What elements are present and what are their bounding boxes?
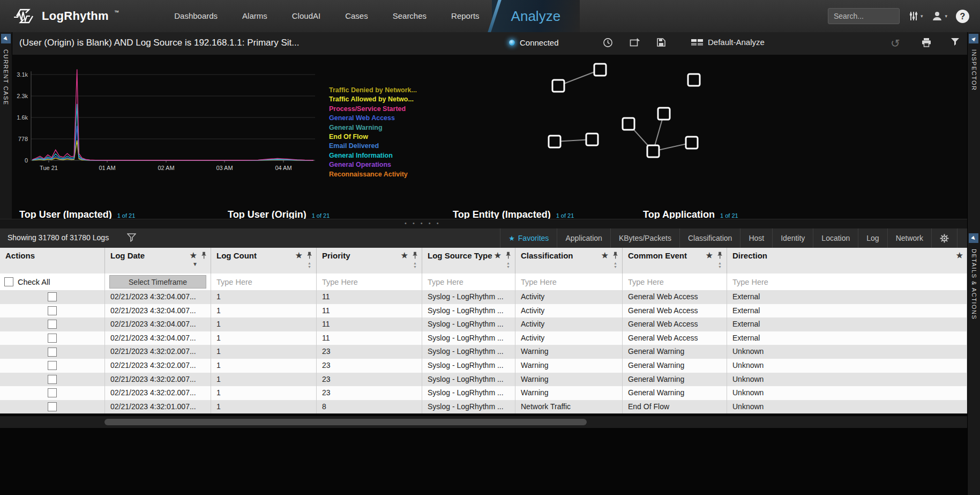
current-case-label[interactable]: CURRENT CASE [3, 49, 9, 106]
layout-selector[interactable]: Default-Analyze [691, 38, 765, 47]
row-checkbox[interactable] [48, 292, 57, 301]
nav-item-searches[interactable]: Searches [380, 0, 439, 32]
tab-classification[interactable]: Classification [679, 228, 740, 248]
preferences-menu-button[interactable]: ▾ [908, 11, 923, 21]
widget-pager[interactable]: 1 of 21 [720, 212, 738, 219]
graph-node-6[interactable] [586, 134, 598, 145]
user-menu-button[interactable]: ▾ [931, 10, 947, 22]
expand-inspector-button[interactable]: ▶ [969, 34, 978, 43]
tab-favorites[interactable]: ★Favorites [500, 228, 557, 248]
brand[interactable]: LogRhythm™ [0, 7, 119, 25]
column-header-classification[interactable]: Classification★▲▼ [515, 248, 623, 274]
panel-splitter[interactable]: • • • • • [0, 219, 967, 230]
graph-node-7[interactable] [647, 145, 659, 157]
nav-item-reports[interactable]: Reports [439, 0, 492, 32]
time-range-button[interactable] [603, 38, 613, 50]
column-header-log-date[interactable]: Log Date★▼ [105, 248, 211, 274]
sort-toggle-icon[interactable]: ▲▼ [308, 261, 311, 269]
expand-current-case-button[interactable]: ▶ [1, 34, 11, 43]
print-button[interactable] [921, 38, 932, 49]
pin-search-button[interactable] [630, 38, 641, 49]
pin-column-icon[interactable] [412, 252, 418, 260]
row-checkbox[interactable] [48, 320, 57, 329]
graph-node-0[interactable] [594, 64, 606, 76]
network-graph[interactable] [530, 58, 713, 165]
log-row[interactable]: 02/21/2023 4:32:02.007...123Syslog - Log… [0, 345, 967, 359]
sort-desc-icon[interactable]: ▼ [192, 262, 198, 267]
log-row[interactable]: 02/21/2023 4:32:04.007...111Syslog - Log… [0, 317, 967, 331]
legend-item-general-operations[interactable]: General Operations [329, 160, 417, 169]
column-header-direction[interactable]: Direction★ [727, 248, 967, 274]
log-row[interactable]: 02/21/2023 4:32:01.007...18Syslog - LogR… [0, 400, 967, 414]
nav-item-dashboards[interactable]: Dashboards [162, 0, 230, 32]
legend-item-general-warning[interactable]: General Warning [329, 123, 417, 132]
tab-host[interactable]: Host [740, 228, 772, 248]
scrollbar-thumb[interactable] [104, 419, 587, 425]
splitter-grip[interactable]: • • • • • [405, 220, 440, 226]
column-header-actions[interactable]: Actions [0, 248, 105, 274]
help-button[interactable]: ? [956, 10, 969, 23]
log-row[interactable]: 02/21/2023 4:32:04.007...111Syslog - Log… [0, 331, 967, 345]
favorite-column-icon[interactable]: ★ [956, 252, 963, 259]
filter-input-log-source-type[interactable] [427, 275, 511, 289]
widget-pager[interactable]: 1 of 21 [556, 212, 574, 219]
grid-filter-button[interactable] [127, 233, 136, 244]
pin-column-icon[interactable] [505, 252, 511, 260]
column-header-log-count[interactable]: Log Count★▲▼ [211, 248, 317, 274]
filter-input-priority[interactable] [321, 275, 417, 289]
legend-item-traffic-allowed-by-netwo[interactable]: Traffic Allowed by Netwo... [329, 95, 417, 104]
check-all-checkbox[interactable] [4, 277, 13, 286]
tab-kbytes-packets[interactable]: KBytes/Packets [610, 228, 679, 248]
nav-item-analyze[interactable]: Analyze [492, 0, 580, 32]
row-checkbox[interactable] [48, 361, 57, 370]
sort-toggle-icon[interactable]: ▲▼ [413, 261, 417, 269]
favorite-column-icon[interactable]: ★ [494, 252, 501, 259]
column-header-log-source-type[interactable]: Log Source Type★▲▼ [422, 248, 515, 274]
favorite-column-icon[interactable]: ★ [601, 252, 608, 259]
filter-input-classification[interactable] [520, 275, 618, 289]
graph-node-5[interactable] [549, 136, 560, 147]
legend-item-email-delivered[interactable]: Email Delivered [329, 142, 417, 151]
select-timeframe-button[interactable]: Select Timeframe [109, 275, 206, 289]
favorite-column-icon[interactable]: ★ [706, 252, 713, 259]
nav-item-alarms[interactable]: Alarms [230, 0, 280, 32]
nav-item-cloudai[interactable]: CloudAI [280, 0, 333, 32]
sort-toggle-icon[interactable]: ▲▼ [718, 261, 722, 269]
filter-input-direction[interactable] [731, 275, 962, 289]
favorite-column-icon[interactable]: ★ [401, 252, 408, 259]
pin-column-icon[interactable] [717, 252, 723, 260]
pin-column-icon[interactable] [612, 252, 618, 260]
filter-input-log-count[interactable] [215, 275, 312, 289]
nav-item-cases[interactable]: Cases [333, 0, 380, 32]
log-row[interactable]: 02/21/2023 4:32:02.007...123Syslog - Log… [0, 373, 967, 387]
undo-button[interactable]: ↺ [891, 38, 900, 49]
tab-application[interactable]: Application [557, 228, 610, 248]
tab-log[interactable]: Log [858, 228, 887, 248]
widget-pager[interactable]: 1 of 21 [312, 212, 330, 219]
column-header-common-event[interactable]: Common Event★▲▼ [623, 248, 727, 274]
graph-node-3[interactable] [623, 118, 634, 130]
row-checkbox[interactable] [48, 306, 57, 315]
column-header-priority[interactable]: Priority★▲▼ [317, 248, 422, 274]
details-actions-label[interactable]: DETAILS & ACTIONS [971, 249, 977, 320]
tab-network[interactable]: Network [887, 228, 931, 248]
row-checkbox[interactable] [48, 334, 57, 343]
sort-toggle-icon[interactable]: ▲▼ [614, 261, 617, 269]
graph-node-8[interactable] [686, 137, 698, 149]
pin-column-icon[interactable] [201, 252, 207, 260]
row-checkbox[interactable] [48, 402, 57, 411]
legend-item-general-web-access[interactable]: General Web Access [329, 114, 417, 123]
save-layout-button[interactable] [656, 38, 666, 49]
grid-settings-button[interactable] [931, 228, 957, 248]
legend-item-process-service-started[interactable]: Process/Service Started [329, 105, 417, 114]
legend-item-traffic-denied-by-network[interactable]: Traffic Denied by Network... [329, 86, 417, 95]
graph-node-2[interactable] [688, 74, 700, 86]
row-checkbox[interactable] [48, 348, 57, 357]
pin-column-icon[interactable] [306, 252, 312, 260]
legend-item-general-information[interactable]: General Information [329, 151, 417, 160]
legend-item-end-of-flow[interactable]: End Of Flow [329, 132, 417, 142]
log-row[interactable]: 02/21/2023 4:32:02.007...123Syslog - Log… [0, 359, 967, 373]
legend-item-reconnaissance-activity[interactable]: Reconnaissance Activity [329, 170, 417, 179]
favorite-column-icon[interactable]: ★ [295, 252, 302, 259]
sort-toggle-icon[interactable]: ▲▼ [506, 261, 510, 269]
